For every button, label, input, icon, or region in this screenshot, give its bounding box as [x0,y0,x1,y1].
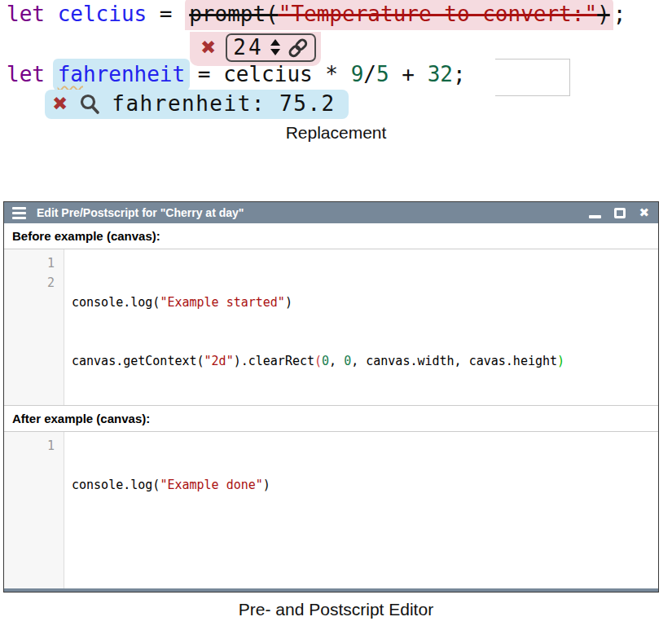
code-token: canvas.getContext( [72,354,204,368]
window-titlebar[interactable]: Edit Pre/Postscript for "Cherry at day" … [4,202,658,223]
window-title: Edit Pre/Postscript for "Cherry at day" [37,206,578,219]
menu-icon[interactable] [12,207,26,219]
replacement-caption: Replacement [0,123,672,143]
remove-replacement-icon[interactable]: ✖ [200,38,216,57]
removed-close-paren: ) [597,0,613,30]
prompt-replacement-widget: ✖ 24 [190,32,321,66]
code-token: ) [285,295,292,310]
window-controls: ✖ [589,207,649,219]
after-example-label: After example (canvas): [4,406,658,432]
code-token: ) [263,478,270,492]
assign-operator: = [185,62,223,86]
open-bracket-token: ( [314,354,322,368]
step-up-icon[interactable] [270,39,280,46]
keyword-let: let [7,62,58,86]
removed-prompt-call: prompt( [185,0,279,30]
string-token: "Example started" [160,295,285,310]
code-token: , [329,354,344,368]
before-example-label: Before example (canvas): [4,223,658,249]
variable-fahrenheit-rest: hrenheit [83,62,185,86]
maximize-button[interactable] [614,208,626,218]
magnifier-icon[interactable] [79,93,100,115]
string-token: "2d" [204,354,234,368]
minimize-button[interactable] [589,215,601,218]
code-line: canvas.getContext("2d").clearRect(0, 0, … [72,351,658,371]
figure-stage: let celcius = prompt("Temperature to con… [0,0,672,630]
before-example-editor[interactable]: 1 2 console.log("Example started") canva… [4,249,658,406]
number-9: 9 [351,62,364,86]
code-line: console.log("Example started") [72,293,658,312]
semicolon: ; [453,62,466,86]
line-number-gutter: 1 2 [4,249,64,405]
code-line-fahrenheit[interactable]: let fahrenheit = celcius * 9/5 + 32; [7,62,466,86]
line-number: 1 [4,253,55,273]
keyword-let: let [7,2,58,26]
after-code-area[interactable]: console.log("Example done") [64,432,658,588]
line-number: 1 [4,436,55,456]
number-input-widget[interactable]: 24 [226,33,315,62]
close-button[interactable]: ✖ [639,207,649,219]
assign-operator: = [147,2,185,26]
variable-celcius: celcius [58,2,147,26]
code-line: console.log("Example done") [72,475,658,495]
expression-left: celcius * [223,62,351,86]
spellcheck-squiggle: fa [58,62,83,86]
code-line-celcius[interactable]: let celcius = prompt("Temperature to con… [7,2,626,26]
number-token: 0 [344,354,351,368]
editor-caption: Pre- and Postscript Editor [0,600,672,619]
line-number: 2 [4,273,55,293]
remove-watch-icon[interactable]: ✖ [52,95,68,113]
watch-value-widget: ✖ fahrenheit: 75.2 [45,90,349,119]
line-number-gutter: 1 [4,432,64,588]
pre-postscript-editor-window: Edit Pre/Postscript for "Cherry at day" … [3,201,659,593]
empty-widget-outline [495,59,570,96]
code-token: console.log( [72,295,160,310]
watch-value-text: fahrenheit: 75.2 [112,91,335,116]
code-token: ).clearRect [234,354,314,368]
string-token: "Example done" [160,478,262,492]
divide-operator: / [363,62,376,86]
step-down-icon[interactable] [270,49,280,55]
variable-fahrenheit-highlighted: fahrenheit [53,59,191,90]
link-icon[interactable] [287,37,309,59]
matching-bracket-token: ) [557,354,564,368]
window-bottom-bar [4,588,658,592]
code-token: , canvas.width, cavas.height [351,354,557,368]
number-value[interactable]: 24 [233,35,263,59]
semicolon: ; [613,2,626,26]
number-32: 32 [428,62,453,86]
after-example-editor[interactable]: 1 console.log("Example done") [4,432,658,588]
before-code-area[interactable]: console.log("Example started") canvas.ge… [64,249,658,405]
plus-operator: + [389,62,428,86]
number-stepper[interactable] [270,39,280,55]
removed-prompt-string: "Temperature to convert:" [279,0,597,30]
number-token: 0 [322,354,329,368]
code-token: console.log( [72,478,160,492]
number-5: 5 [376,62,389,86]
